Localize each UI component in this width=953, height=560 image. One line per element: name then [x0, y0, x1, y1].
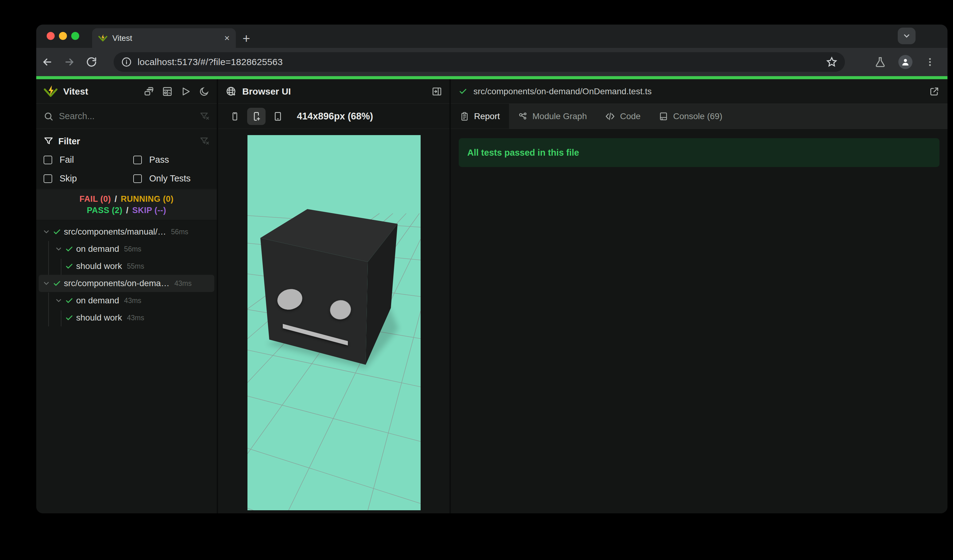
pass-check-icon: [64, 262, 74, 270]
tree-test-row[interactable]: should work 43ms: [39, 309, 214, 326]
dock-panel-right-icon[interactable]: [431, 86, 442, 97]
tab-report[interactable]: Report: [451, 104, 509, 129]
sidebar: Vitest: [36, 79, 217, 513]
site-info-icon[interactable]: [121, 56, 132, 68]
all-tests-passed-banner: All tests passed in this file: [459, 138, 939, 167]
search-icon: [43, 112, 53, 121]
test-file-path: src/components/on-demand/OnDemand.test.t…: [473, 87, 923, 96]
test-status-progress-bar: [36, 76, 947, 79]
device-tablet-button[interactable]: [269, 108, 287, 125]
tree-suite-row[interactable]: on demand 43ms: [39, 292, 214, 309]
filter-checkbox-pass[interactable]: Pass: [133, 155, 210, 165]
experiments-flask-icon[interactable]: [874, 56, 886, 68]
chevron-down-icon[interactable]: [53, 245, 64, 253]
tree-file-row-selected[interactable]: src/components/on-dema… 43ms: [39, 275, 214, 292]
traffic-minimize-button[interactable]: [59, 32, 67, 40]
indent-guide: [61, 259, 61, 275]
dark-mode-moon-icon[interactable]: [199, 86, 210, 97]
checkbox[interactable]: [43, 174, 52, 183]
filter-title: Filter: [58, 137, 80, 146]
menu-dots-icon[interactable]: [925, 57, 935, 67]
open-external-icon[interactable]: [929, 86, 939, 97]
pass-check-icon: [459, 87, 467, 96]
chevron-down-icon[interactable]: [41, 279, 51, 287]
bookmark-star-icon[interactable]: [826, 56, 838, 68]
tree-test-row[interactable]: should work 55ms: [39, 258, 214, 275]
browser-tab[interactable]: Vitest ×: [92, 28, 236, 48]
duration-badge: 43ms: [127, 314, 144, 322]
collapse-panels-icon[interactable]: [144, 86, 154, 97]
clear-filter-icon[interactable]: [200, 137, 210, 146]
clear-filter-icon[interactable]: [200, 112, 210, 121]
test-stats: FAIL (0) / RUNNING (0) PASS (2) / SKIP (…: [36, 189, 217, 220]
forward-button[interactable]: [58, 56, 81, 68]
tab-code[interactable]: Code: [596, 104, 650, 129]
code-icon: [605, 112, 615, 121]
device-toolbar: 414x896px (68%): [218, 104, 450, 129]
reload-button[interactable]: [81, 56, 102, 68]
module-graph-icon: [518, 112, 528, 121]
indent-guide: [48, 293, 49, 326]
skip-count: SKIP (--): [132, 206, 166, 215]
browser-window: Vitest × + localhost:5173/#/?file=182862…: [36, 25, 947, 513]
traffic-zoom-button[interactable]: [71, 32, 79, 40]
search-bar[interactable]: Search...: [36, 104, 217, 129]
browser-tabstrip: Vitest × +: [36, 25, 947, 48]
filter-checkbox-fail[interactable]: Fail: [43, 155, 133, 165]
profile-avatar[interactable]: [898, 55, 913, 69]
device-phone-plus-button[interactable]: [247, 108, 265, 125]
checkbox[interactable]: [43, 156, 52, 164]
tab-title: Vitest: [112, 34, 219, 43]
test-iframe-viewport[interactable]: [247, 135, 421, 510]
duration-badge: 43ms: [124, 296, 141, 305]
pass-check-icon: [64, 245, 74, 253]
vitest-logo-icon: [43, 84, 58, 99]
chevron-down-icon[interactable]: [53, 296, 64, 304]
checkbox[interactable]: [133, 156, 142, 164]
indent-guide: [61, 310, 61, 326]
chevron-down-icon: [902, 32, 911, 40]
panel-splitter[interactable]: [217, 79, 218, 513]
url-text[interactable]: localhost:5173/#/?file=1828625563: [138, 57, 826, 67]
duration-badge: 56ms: [171, 228, 188, 236]
tree-file-row[interactable]: src/components/manual/… 56ms: [39, 223, 214, 240]
back-button[interactable]: [36, 56, 58, 68]
running-count: RUNNING (0): [121, 194, 174, 204]
dashboard-icon[interactable]: [162, 86, 172, 97]
filter-checkbox-skip[interactable]: Skip: [43, 174, 133, 184]
pass-check-icon: [64, 314, 74, 322]
device-phone-small-button[interactable]: [226, 108, 244, 125]
report-tabbar: Report Module Graph Code: [451, 104, 947, 129]
tree-suite-row[interactable]: on demand 56ms: [39, 240, 214, 258]
checkbox[interactable]: [133, 174, 142, 183]
new-tab-button[interactable]: +: [242, 31, 250, 46]
traffic-close-button[interactable]: [47, 32, 55, 40]
pass-check-icon: [64, 296, 74, 305]
tab-search-button[interactable]: [898, 28, 916, 44]
address-bar[interactable]: localhost:5173/#/?file=1828625563: [113, 52, 845, 72]
vitest-favicon-icon: [98, 34, 107, 43]
pass-check-icon: [51, 279, 62, 288]
chevron-down-icon[interactable]: [41, 228, 51, 236]
duration-badge: 56ms: [124, 245, 141, 253]
tab-console[interactable]: Console (69): [650, 104, 731, 129]
indent-guide: [48, 241, 49, 275]
run-tests-icon[interactable]: [180, 86, 191, 97]
console-icon: [659, 112, 668, 121]
funnel-icon: [43, 137, 53, 146]
pass-check-icon: [51, 228, 62, 236]
fail-count: FAIL (0): [79, 194, 111, 204]
browser-ui-title: Browser UI: [242, 86, 291, 97]
filter-panel: Filter Fail Pass Skip Only Tests: [36, 129, 217, 189]
robot-head-scene: [247, 135, 421, 510]
tab-module-graph[interactable]: Module Graph: [509, 104, 596, 129]
report-clipboard-icon: [460, 112, 469, 121]
tab-close-icon[interactable]: ×: [224, 34, 230, 43]
search-input[interactable]: Search...: [59, 111, 200, 121]
vitest-ui: Vitest: [36, 79, 947, 513]
sidebar-header: Vitest: [36, 79, 217, 104]
test-tree: src/components/manual/… 56ms on demand 5…: [36, 223, 217, 326]
browser-ui-panel: Browser UI 414x896px (68%): [218, 79, 450, 513]
filter-checkbox-only-tests[interactable]: Only Tests: [133, 174, 210, 184]
app-title: Vitest: [63, 86, 88, 97]
